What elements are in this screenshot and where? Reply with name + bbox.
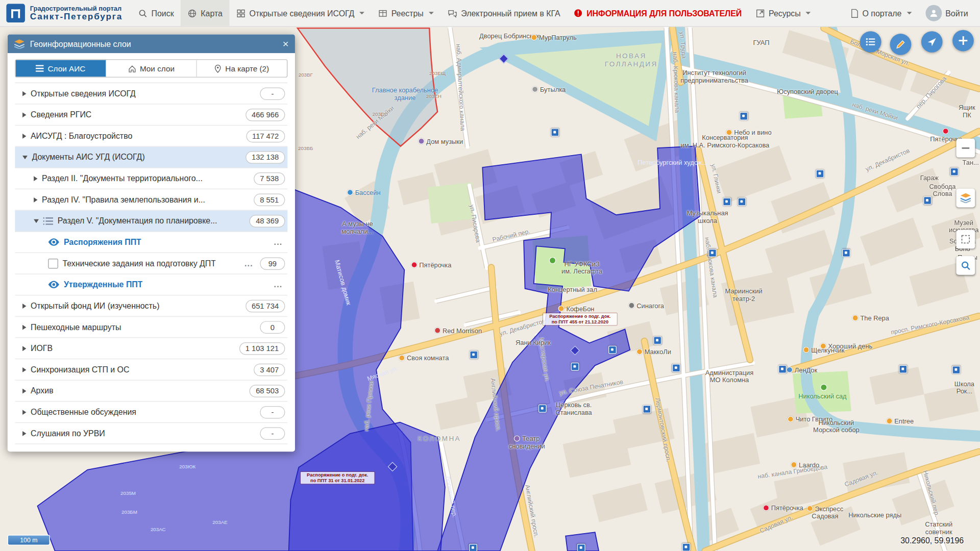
basemap-button[interactable] xyxy=(956,189,975,208)
nav-item-login[interactable]: Войти xyxy=(919,0,975,26)
portal-title-line2: Санкт-Петербурга xyxy=(30,12,122,21)
nav-item-isogd[interactable]: Открытые сведения ИСОГД xyxy=(229,0,371,26)
select-area-button[interactable] xyxy=(956,230,975,249)
layer-row[interactable]: Раздел IV. "Правила землепользования и..… xyxy=(15,189,287,211)
tab-on-map[interactable]: На карте (2) xyxy=(197,60,287,77)
nav-items: ПоискКартаОткрытые сведения ИСОГДРеестры… xyxy=(131,0,817,26)
layer-rows: Открытые сведения ИСОГД-Сведения РГИС466… xyxy=(15,83,287,444)
layer-label[interactable]: Утвержденные ППТ xyxy=(64,280,143,289)
zoom-out-button[interactable] xyxy=(956,139,975,158)
layer-label: Раздел V. "Документация по планировке... xyxy=(58,216,217,226)
layer-row[interactable]: Раздел II. "Документы территориального..… xyxy=(15,168,287,189)
layer-row[interactable]: Общественные обсуждения- xyxy=(15,402,287,423)
nav-item-ereception[interactable]: Электронный прием в КГА xyxy=(440,0,567,26)
portal-logo[interactable]: Градостроительный портал Санкт-Петербург… xyxy=(6,4,122,22)
layers-panel-tabs: Слои АИС Мои слои На карте (2) xyxy=(15,59,287,78)
layer-count-badge: 7 538 xyxy=(254,172,285,184)
expand-arrow-icon[interactable] xyxy=(22,367,26,372)
expand-arrow-icon[interactable] xyxy=(34,176,37,181)
locate-button[interactable] xyxy=(921,31,943,53)
nav-item-label: О портале xyxy=(863,9,902,18)
expand-arrow-icon[interactable] xyxy=(22,431,26,436)
layer-row[interactable]: Раздел V. "Документация по планировке...… xyxy=(15,211,287,232)
expand-arrow-icon[interactable] xyxy=(22,410,26,415)
layer-count-badge: 466 966 xyxy=(246,108,285,120)
nav-item-map[interactable]: Карта xyxy=(181,0,229,26)
expand-arrow-icon[interactable] xyxy=(22,388,26,393)
visibility-eye-icon[interactable] xyxy=(48,281,59,289)
collapse-arrow-icon[interactable] xyxy=(34,219,39,222)
nav-item-label: Карта xyxy=(201,9,223,18)
collapse-arrow-icon[interactable] xyxy=(22,155,28,159)
layer-row[interactable]: Пешеходные маршруты0 xyxy=(15,317,287,338)
layer-row[interactable]: Архив68 503 xyxy=(15,381,287,402)
layer-label: Сведения РГИС xyxy=(31,110,91,119)
draw-button[interactable] xyxy=(890,34,912,55)
layer-count-badge: - xyxy=(260,87,285,99)
top-navigation: Градостроительный портал Санкт-Петербург… xyxy=(0,0,980,27)
close-icon[interactable]: × xyxy=(283,38,289,49)
layer-label: Раздел II. "Документы территориального..… xyxy=(42,173,203,183)
nav-item-resources[interactable]: Ресурсы xyxy=(749,0,818,26)
layers-panel: Геоинформационные слои × Слои АИС Мои сл… xyxy=(8,34,295,452)
window-icon xyxy=(755,9,765,18)
layer-label[interactable]: Распоряжения ППТ xyxy=(64,237,141,246)
add-button[interactable] xyxy=(952,30,974,52)
tab-label: Мои слои xyxy=(140,64,175,73)
layer-count-badge: 68 503 xyxy=(250,385,285,397)
nav-item-label: Ресурсы xyxy=(769,9,801,18)
layer-label: Слушания по УРВИ xyxy=(31,429,105,438)
nav-item-registries[interactable]: Реестры xyxy=(371,0,440,26)
layer-row[interactable]: Открытые сведения ИСОГД- xyxy=(15,83,287,105)
nav-item-userinfo[interactable]: ИНФОРМАЦИЯ ДЛЯ ПОЛЬЗОВАТЕЛЕЙ xyxy=(567,0,749,26)
layer-row[interactable]: Открытый фонд ИИ (изученность)651 734 xyxy=(15,295,287,317)
nav-item-search[interactable]: Поиск xyxy=(131,0,181,26)
map-scale-bar: 100 m xyxy=(8,535,50,545)
layer-row[interactable]: Технические задания на подготовку ДПТ...… xyxy=(15,253,287,274)
layer-count-badge: - xyxy=(260,427,285,439)
layers-list-button[interactable] xyxy=(860,31,881,53)
visibility-eye-icon[interactable] xyxy=(48,238,59,246)
layer-row[interactable]: Сведения РГИС466 966 xyxy=(15,104,287,126)
layer-count-badge: 117 472 xyxy=(246,130,285,142)
layer-label: Технические задания на подготовку ДПТ xyxy=(62,259,216,268)
expand-arrow-icon[interactable] xyxy=(22,133,26,138)
expand-arrow-icon[interactable] xyxy=(22,303,26,308)
expand-arrow-icon[interactable] xyxy=(22,324,26,330)
layer-row[interactable]: Документы АИС УГД (ИСОГД)132 138 xyxy=(15,147,287,168)
chevron-down-icon xyxy=(806,12,811,14)
nav-item-about[interactable]: О портале xyxy=(844,0,919,26)
layer-label: Общественные обсуждения xyxy=(31,407,136,416)
layer-row[interactable]: ИОГВ1 103 121 xyxy=(15,338,287,359)
layer-label: ИОГВ xyxy=(31,343,53,353)
expand-arrow-icon[interactable] xyxy=(34,197,37,202)
expand-arrow-icon[interactable] xyxy=(22,112,26,117)
layer-checkbox[interactable] xyxy=(48,258,58,268)
layer-row[interactable]: АИСУГД : Благоустройство117 472 xyxy=(15,126,287,147)
menu-icon xyxy=(36,65,44,71)
tab-my-layers[interactable]: Мои слои xyxy=(106,60,197,77)
nav-item-label: Поиск xyxy=(151,9,174,18)
tab-ais-layers[interactable]: Слои АИС xyxy=(16,60,107,77)
layer-count-badge: 99 xyxy=(260,257,285,269)
row-menu-button[interactable]: ... xyxy=(272,237,285,246)
ppt-zone-polygon[interactable] xyxy=(566,532,599,551)
layer-row[interactable]: Утвержденные ППТ... xyxy=(15,274,287,296)
layer-label: Синхронизация СТП и ОС xyxy=(31,365,129,374)
expand-arrow-icon[interactable] xyxy=(22,91,26,96)
expand-arrow-icon[interactable] xyxy=(22,346,26,351)
row-menu-button[interactable]: ... xyxy=(242,259,256,268)
layer-row[interactable]: Синхронизация СТП и ОС3 407 xyxy=(15,359,287,381)
pin-icon xyxy=(215,64,222,73)
row-menu-button[interactable]: ... xyxy=(272,280,285,289)
map-search-button[interactable] xyxy=(956,256,975,275)
home-icon xyxy=(128,65,136,72)
layer-count-badge: 1 103 121 xyxy=(239,342,285,354)
layer-label: Пешеходные маршруты xyxy=(31,322,121,332)
avatar-icon xyxy=(925,5,942,21)
layers-stack-icon xyxy=(14,39,25,48)
tab-label: Слои АИС xyxy=(48,64,86,73)
layer-row[interactable]: Распоряжения ППТ... xyxy=(15,232,287,253)
layer-row[interactable]: Слушания по УРВИ- xyxy=(15,423,287,444)
layer-count-badge: 0 xyxy=(260,321,285,333)
